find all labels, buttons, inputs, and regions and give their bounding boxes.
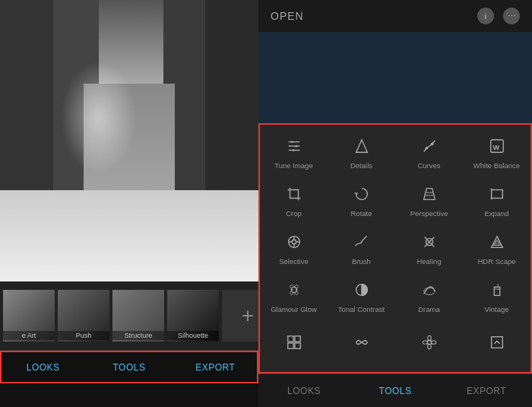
svg-text:W: W — [492, 143, 499, 151]
tool-selective[interactable]: Selective — [260, 224, 328, 272]
left-nav-export[interactable]: EXPORT — [173, 351, 258, 383]
top-bar: OPEN i ⋯ — [258, 0, 532, 32]
left-bottom-nav: LOOKS TOOLS EXPORT — [0, 350, 258, 383]
svg-rect-37 — [294, 342, 299, 348]
tool-white-balance[interactable]: W White Balance — [463, 128, 530, 176]
tool-label-vintage: Vintage — [484, 305, 508, 313]
tool-label-brush: Brush — [352, 257, 371, 266]
tools-grid-wrapper: Tune Image Details Curves W White Balanc… — [258, 123, 532, 374]
thumbnail-2[interactable]: Push — [58, 290, 109, 342]
tools-grid: Tune Image Details Curves W White Balanc… — [260, 125, 530, 370]
tool-crop[interactable]: Crop — [260, 176, 328, 224]
tool-label-perspective: Perspective — [410, 209, 448, 218]
svg-point-10 — [425, 147, 428, 150]
tool-label-glamour-glow: Glamour Glow — [271, 305, 317, 313]
tool-healing[interactable]: Healing — [395, 224, 463, 272]
left-panel: e Art Push Structure Silhouette + LOOKS … — [0, 0, 258, 407]
tool-brush[interactable]: Brush — [328, 224, 395, 272]
arrow-up-icon — [485, 330, 509, 355]
svg-marker-14 — [423, 188, 435, 199]
tool-label-drama: Drama — [418, 305, 440, 313]
tool-r3[interactable] — [395, 320, 463, 367]
tool-label-expand: Expand — [484, 209, 508, 218]
tool-glamour-glow[interactable]: Glamour Glow — [260, 272, 328, 320]
left-nav-looks[interactable]: LOOKS — [0, 351, 86, 383]
tool-curves[interactable]: Curves — [395, 128, 463, 176]
more-icon: ⋯ — [508, 11, 516, 21]
perspective-icon — [417, 182, 442, 206]
tool-label-tune-image: Tune Image — [274, 161, 312, 170]
tool-label-hdr-scape: HDR Scape — [477, 257, 515, 266]
tool-expand[interactable]: Expand — [463, 176, 530, 224]
info-icon: i — [485, 11, 486, 21]
tonal-contrast-icon — [350, 278, 374, 302]
drama-icon — [417, 278, 442, 302]
svg-point-19 — [292, 240, 296, 244]
healing-icon — [417, 230, 442, 254]
tool-label-rotate: Rotate — [351, 209, 372, 218]
left-nav-tools[interactable]: TOOLS — [86, 351, 172, 383]
thumbnails-strip: e Art Push Structure Silhouette + — [0, 281, 258, 350]
right-nav-export[interactable]: EXPORT — [441, 374, 532, 407]
details-icon — [350, 134, 374, 158]
tool-rotate[interactable]: Rotate — [328, 176, 395, 224]
thumbnail-add[interactable]: + — [222, 290, 258, 342]
open-button[interactable]: OPEN — [271, 10, 304, 22]
glamour-glow-icon — [282, 278, 306, 302]
tool-label-crop: Crop — [286, 209, 302, 218]
more-icon-button[interactable]: ⋯ — [503, 8, 520, 24]
tool-label-healing: Healing — [416, 257, 441, 266]
grid-icon — [282, 330, 306, 355]
svg-rect-43 — [491, 336, 502, 348]
svg-rect-32 — [494, 287, 499, 295]
main-image — [0, 0, 258, 281]
thumbnail-3[interactable]: Structure — [112, 290, 164, 342]
tool-label-white-balance: White Balance — [473, 161, 520, 170]
right-nav-looks[interactable]: LOOKS — [258, 374, 350, 407]
white-balance-icon: W — [485, 134, 509, 158]
info-icon-button[interactable]: i — [477, 8, 494, 24]
curves-icon — [417, 134, 442, 158]
tool-vintage[interactable]: Vintage — [463, 272, 530, 320]
top-icons: i ⋯ — [477, 8, 520, 24]
tool-details[interactable]: Details — [328, 128, 395, 176]
tool-drama[interactable]: Drama — [395, 272, 463, 320]
tool-hdr-scape[interactable]: HDR Scape — [463, 224, 530, 272]
thumbnail-4[interactable]: Silhouette — [167, 290, 219, 342]
svg-rect-34 — [287, 335, 293, 341]
svg-point-29 — [291, 287, 296, 292]
thumbnail-label-4: Silhouette — [167, 331, 219, 340]
svg-point-11 — [430, 142, 433, 145]
rotate-icon — [350, 182, 374, 206]
tune-image-icon — [282, 134, 306, 158]
hdr-scape-icon — [485, 230, 509, 254]
tool-tonal-contrast[interactable]: Tonal Contrast — [328, 272, 395, 320]
add-icon: + — [242, 304, 254, 328]
right-nav-tools[interactable]: TOOLS — [350, 374, 441, 407]
tool-label-details: Details — [350, 161, 372, 170]
tool-r2[interactable] — [328, 320, 395, 367]
tool-r4[interactable] — [463, 320, 530, 367]
thumbnail-label-3: Structure — [112, 331, 164, 340]
svg-point-6 — [290, 141, 293, 143]
svg-marker-9 — [356, 140, 367, 153]
thumbnail-label-2: Push — [58, 331, 109, 340]
tool-r1[interactable] — [260, 320, 328, 367]
tool-perspective[interactable]: Perspective — [395, 176, 463, 224]
tool-label-tonal-contrast: Tonal Contrast — [338, 305, 385, 313]
brush-icon — [350, 230, 374, 254]
right-bottom-nav: LOOKS TOOLS EXPORT — [258, 374, 532, 407]
right-panel: OPEN i ⋯ Tune Image — [258, 0, 532, 407]
tool-tune-image[interactable]: Tune Image — [260, 128, 328, 176]
svg-rect-35 — [294, 335, 299, 341]
svg-rect-36 — [287, 342, 293, 348]
crop-icon — [282, 182, 306, 206]
svg-point-7 — [295, 145, 297, 147]
tool-label-curves: Curves — [417, 161, 440, 170]
mustache-icon — [350, 330, 374, 355]
preview-area — [258, 32, 532, 123]
tool-label-selective: Selective — [279, 257, 309, 266]
thumbnail-1[interactable]: e Art — [3, 290, 55, 342]
svg-rect-17 — [491, 189, 502, 198]
selective-icon — [282, 230, 306, 254]
